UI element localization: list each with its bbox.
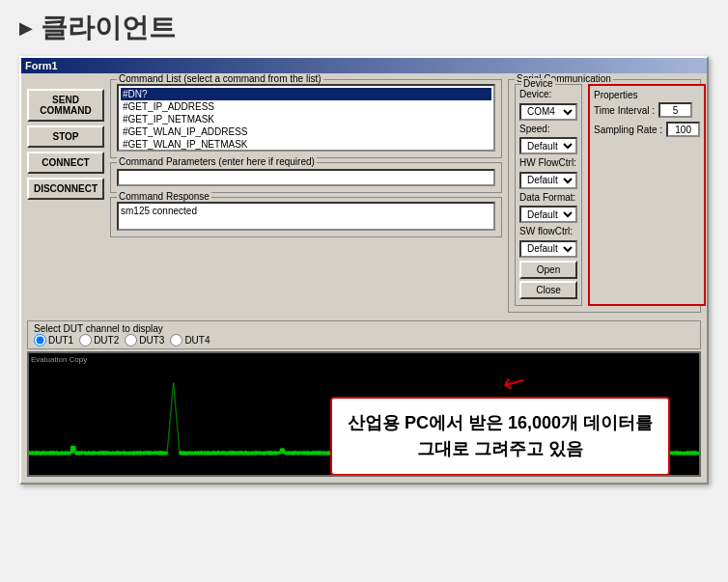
command-params-input[interactable] [117,169,495,186]
command-params-label: Command Parameters (enter here if requir… [117,156,317,167]
properties-column: Properties Time Interval : Sampling Rate… [588,84,706,306]
device-group-label: Device [521,78,555,89]
time-interval-label: Time Interval : [594,105,655,116]
command-list[interactable]: #DN? #GET_IP_ADDRESS #GET_IP_NETMASK #GE… [117,84,495,152]
dut3-radio[interactable] [125,334,137,346]
dut-section: Select DUT channel to display DUT1 DUT2 … [27,320,701,349]
sampling-rate-label: Sampling Rate : [594,125,662,135]
connect-button[interactable]: CONNECT [27,152,104,174]
middle-section: Command List (select a command from the … [110,79,502,313]
speed-label: Speed: [519,124,577,134]
dut1-radio[interactable] [34,334,46,346]
dut1-radio-label[interactable]: DUT1 [34,334,73,346]
dut4-radio-label[interactable]: DUT4 [170,334,210,346]
serial-group: Serial Communication Device Device: COM4 [508,79,701,313]
command-item-2[interactable]: #GET_IP_NETMASK [121,113,491,125]
command-response-label: Command Response [117,191,211,202]
command-item-4[interactable]: #GET_WLAN_IP_NETMASK [121,138,491,151]
command-item-0[interactable]: #DN? [121,88,491,100]
command-list-label: Command List (select a command from the … [117,73,323,84]
speed-field-group: Speed: Default [519,124,577,155]
chart-label: Evaluation Copy [31,355,87,364]
hw-flowctrl-field-group: HW FlowCtrl: Default [519,157,577,189]
speed-select[interactable]: Default [519,137,577,154]
data-format-select[interactable]: Default [519,206,577,223]
data-format-field-group: Data Format: Default [519,192,577,224]
sw-flowctrl-field-group: SW flowCtrl: Default [519,226,577,258]
command-response-value: sm125 connected [117,202,495,231]
command-item-1[interactable]: #GET_IP_ADDRESS [121,100,491,113]
dut3-radio-label[interactable]: DUT3 [125,334,164,346]
device-group: Device Device: COM4 Speed: [515,84,582,306]
title-section: ▶ 클라이언트 [19,10,709,46]
device-label: Device: [519,89,577,99]
dut-radio-group: DUT1 DUT2 DUT3 DUT4 [34,334,694,346]
title-arrow: ▶ [19,17,33,39]
sampling-rate-input[interactable] [666,122,700,137]
left-buttons: SENDCOMMAND STOP CONNECT DISCONNECT [27,79,104,313]
form-body: SENDCOMMAND STOP CONNECT DISCONNECT Comm… [21,73,707,319]
form-title: Form1 [25,60,58,71]
sw-flowctrl-label: SW flowCtrl: [519,226,577,236]
properties-label: Properties [594,90,700,100]
command-params-group: Command Parameters (enter here if requir… [110,162,502,193]
device-select[interactable]: COM4 [519,103,577,121]
dut2-radio-label[interactable]: DUT2 [79,334,119,346]
time-interval-row: Time Interval : [594,102,700,118]
time-interval-input[interactable] [658,102,692,118]
close-button[interactable]: Close [519,281,577,299]
serial-section: Serial Communication Device Device: COM4 [508,79,701,313]
sampling-rate-row: Sampling Rate : [594,122,700,137]
form-content: SENDCOMMAND STOP CONNECT DISCONNECT Comm… [21,73,707,477]
hw-flowctrl-label: HW FlowCtrl: [519,157,577,168]
form-titlebar: Form1 [21,58,707,73]
annotation-bubble: 산업용 PC에서 받은 16,000개 데이터를 그대로 그려주고 있음 [330,397,670,476]
dut4-radio[interactable] [170,334,182,346]
page-wrapper: ▶ 클라이언트 Form1 SENDCOMMAND STOP CONNECT D… [0,0,728,494]
stop-button[interactable]: STOP [27,125,104,148]
dut-label: Select DUT channel to display [34,323,163,334]
command-item-3[interactable]: #GET_WLAN_IP_ADDRESS [121,125,491,138]
device-column: Device Device: COM4 Speed: [515,84,582,306]
hw-flowctrl-select[interactable]: Default [519,172,577,189]
data-format-label: Data Format: [519,192,577,203]
chart-container: Evaluation Copy 산업용 PC에서 받은 16,000개 데이터를… [27,351,701,477]
sw-flowctrl-select[interactable]: Default [519,240,577,258]
disconnect-button[interactable]: DISCONNECT [27,178,104,200]
open-button[interactable]: Open [519,261,577,279]
annotation-line1: 산업용 PC에서 받은 16,000개 데이터를 [348,413,653,432]
dut2-radio[interactable] [79,334,92,346]
command-response-group: Command Response sm125 connected [110,197,502,237]
command-list-group: Command List (select a command from the … [110,79,502,158]
annotation-line2: 그대로 그려주고 있음 [417,439,583,458]
send-command-button[interactable]: SENDCOMMAND [27,89,104,122]
device-field-group: Device: COM4 [519,89,577,121]
form-window: Form1 SENDCOMMAND STOP CONNECT DISCONNEC… [19,56,709,485]
page-title: 클라이언트 [41,10,176,46]
